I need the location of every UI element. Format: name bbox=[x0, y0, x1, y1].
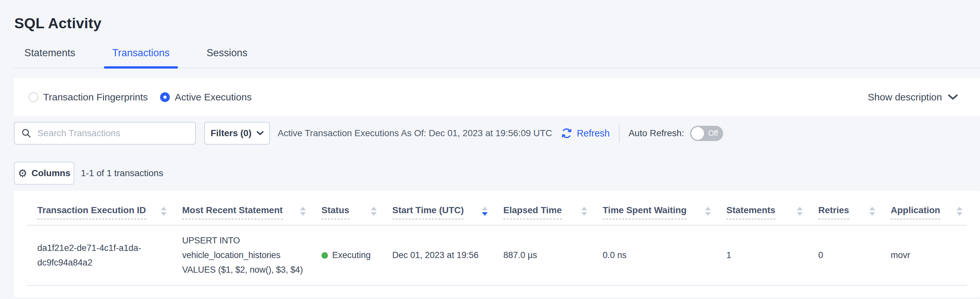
sort-desc-icon[interactable] bbox=[300, 212, 306, 216]
page-title: SQL Activity bbox=[14, 15, 102, 32]
refresh-button[interactable]: Refresh bbox=[560, 126, 610, 140]
radio-label: Active Executions bbox=[175, 92, 251, 103]
sort-asc-icon[interactable] bbox=[957, 207, 963, 210]
sort-asc-icon[interactable] bbox=[161, 207, 167, 210]
cell-time-spent-waiting: 0.0 ns bbox=[603, 248, 726, 262]
sort-desc-icon[interactable] bbox=[869, 212, 875, 216]
columns-button[interactable]: ⚙ Columns bbox=[14, 162, 74, 185]
column-header-status[interactable]: Status bbox=[321, 205, 392, 225]
toggle-state-label: Off bbox=[708, 129, 718, 138]
column-header-statements[interactable]: Statements bbox=[726, 205, 818, 225]
sort-arrows[interactable] bbox=[797, 207, 803, 216]
column-header-start-time[interactable]: Start Time (UTC) bbox=[392, 205, 503, 225]
sort-arrows[interactable] bbox=[300, 207, 306, 216]
sort-arrows[interactable] bbox=[581, 207, 587, 216]
table-controls: ⚙ Columns 1-1 of 1 transactions bbox=[14, 162, 163, 185]
radio-selected-icon[interactable] bbox=[160, 92, 170, 102]
cell-transaction-execution-id[interactable]: da1f21e2-de71-4c1f-a1da-dc9fc94a84a2 bbox=[37, 241, 182, 270]
sort-asc-icon[interactable] bbox=[797, 207, 803, 210]
column-header-transaction-execution-id[interactable]: Transaction Execution ID bbox=[37, 205, 182, 225]
toggle-knob bbox=[691, 127, 704, 140]
cell-status: Executing bbox=[321, 248, 392, 262]
sort-arrows[interactable] bbox=[869, 207, 875, 216]
search-icon bbox=[21, 127, 32, 139]
column-header-time-spent-waiting[interactable]: Time Spent Waiting bbox=[603, 205, 726, 225]
sort-arrows[interactable] bbox=[705, 207, 711, 216]
search-input[interactable] bbox=[37, 128, 189, 139]
toolbar-divider bbox=[619, 124, 620, 142]
table-header-row: Transaction Execution ID Most Recent Sta… bbox=[27, 191, 967, 225]
refresh-icon bbox=[560, 126, 573, 140]
chevron-down-icon bbox=[948, 94, 958, 100]
radio-transaction-fingerprints[interactable]: Transaction Fingerprints bbox=[29, 92, 148, 103]
status-executing-dot-icon bbox=[321, 252, 328, 259]
cell-start-time: Dec 01, 2023 at 19:56 bbox=[392, 248, 503, 262]
show-description-toggle[interactable]: Show description bbox=[868, 92, 958, 103]
sort-desc-icon[interactable] bbox=[161, 212, 167, 216]
auto-refresh-label: Auto Refresh: bbox=[628, 128, 684, 138]
status-label: Executing bbox=[332, 248, 371, 262]
sort-asc-icon[interactable] bbox=[371, 207, 377, 210]
table-inner: Transaction Execution ID Most Recent Sta… bbox=[27, 191, 967, 286]
toolbar: Filters (0) Active Transaction Execution… bbox=[14, 122, 966, 145]
auto-refresh-toggle[interactable]: Off bbox=[690, 126, 723, 141]
column-header-retries[interactable]: Retries bbox=[818, 205, 891, 225]
sort-arrows[interactable] bbox=[957, 207, 963, 216]
filters-label: Filters (0) bbox=[210, 128, 251, 138]
cell-most-recent-statement: UPSERT INTO vehicle_location_histories V… bbox=[182, 233, 321, 277]
sort-desc-icon[interactable] bbox=[581, 212, 587, 216]
cell-elapsed-time: 887.0 µs bbox=[503, 248, 603, 262]
sort-desc-icon[interactable] bbox=[957, 212, 963, 216]
sort-arrows[interactable] bbox=[482, 207, 488, 216]
sort-asc-icon[interactable] bbox=[705, 207, 711, 210]
chevron-down-icon bbox=[256, 131, 264, 136]
column-header-elapsed-time[interactable]: Elapsed Time bbox=[503, 205, 603, 225]
sort-asc-icon[interactable] bbox=[869, 207, 875, 210]
radio-unselected-icon[interactable] bbox=[29, 92, 38, 102]
radio-active-executions[interactable]: Active Executions bbox=[160, 92, 251, 103]
view-mode-card: Transaction Fingerprints Active Executio… bbox=[14, 78, 980, 116]
sort-asc-icon[interactable] bbox=[300, 207, 306, 210]
sort-asc-icon[interactable] bbox=[581, 207, 587, 210]
refresh-label: Refresh bbox=[577, 128, 610, 139]
sort-asc-icon[interactable] bbox=[482, 207, 488, 210]
tab-transactions[interactable]: Transactions bbox=[104, 47, 178, 67]
results-count: 1-1 of 1 transactions bbox=[81, 168, 163, 178]
radio-label: Transaction Fingerprints bbox=[43, 92, 148, 103]
cell-statements: 1 bbox=[726, 248, 818, 262]
sort-desc-icon[interactable] bbox=[371, 212, 377, 216]
cell-retries: 0 bbox=[818, 248, 891, 262]
column-header-application[interactable]: Application bbox=[891, 205, 967, 225]
transactions-table: Transaction Execution ID Most Recent Sta… bbox=[14, 191, 980, 297]
tab-statements[interactable]: Statements bbox=[16, 47, 84, 67]
as-of-timestamp: Active Transaction Executions As Of: Dec… bbox=[278, 128, 552, 138]
columns-button-label: Columns bbox=[32, 168, 70, 178]
table-row[interactable]: da1f21e2-de71-4c1f-a1da-dc9fc94a84a2 UPS… bbox=[27, 225, 967, 286]
sort-arrows[interactable] bbox=[161, 207, 167, 216]
filters-button[interactable]: Filters (0) bbox=[204, 122, 270, 145]
sort-desc-icon[interactable] bbox=[797, 212, 803, 216]
sort-arrows[interactable] bbox=[371, 207, 377, 216]
cell-application: movr bbox=[891, 248, 967, 262]
tab-sessions[interactable]: Sessions bbox=[198, 47, 256, 67]
sort-desc-icon[interactable] bbox=[705, 212, 711, 216]
tab-bar: Statements Transactions Sessions bbox=[14, 42, 980, 68]
show-description-label: Show description bbox=[868, 92, 942, 103]
search-box[interactable] bbox=[14, 122, 196, 145]
column-header-most-recent-statement[interactable]: Most Recent Statement bbox=[182, 205, 321, 225]
gear-icon: ⚙ bbox=[18, 168, 27, 178]
sort-desc-icon[interactable] bbox=[482, 212, 488, 216]
